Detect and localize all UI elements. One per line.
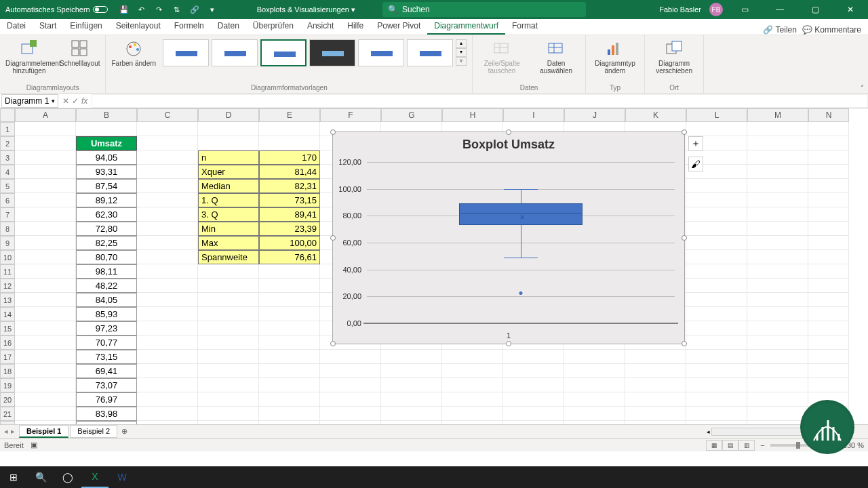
normal-view-button[interactable]: ▦ bbox=[706, 440, 722, 451]
start-button[interactable]: ⊞ bbox=[0, 466, 27, 488]
cell[interactable] bbox=[747, 150, 808, 165]
chart-styles-gallery[interactable]: ▴ ▾ ▿ bbox=[161, 38, 468, 68]
cell[interactable]: 83,98 bbox=[76, 407, 137, 421]
sheet-tab[interactable]: Beispiel 1 bbox=[19, 425, 68, 438]
column-header[interactable]: A bbox=[15, 108, 76, 122]
cell[interactable]: 89,12 bbox=[76, 193, 137, 207]
row-header[interactable]: 20 bbox=[0, 392, 15, 407]
cell[interactable] bbox=[686, 321, 747, 336]
cell[interactable]: 76,61 bbox=[259, 250, 320, 264]
cell[interactable] bbox=[808, 293, 849, 307]
cell[interactable] bbox=[15, 193, 76, 207]
cell[interactable] bbox=[564, 407, 625, 421]
cell[interactable]: 85,93 bbox=[76, 307, 137, 321]
menu-tab-überprüfen[interactable]: Überprüfen bbox=[246, 18, 300, 35]
cell[interactable] bbox=[808, 207, 849, 222]
add-chart-element-button[interactable]: Diagrammelement hinzufügen bbox=[4, 38, 54, 76]
cell[interactable]: 89,41 bbox=[259, 207, 320, 222]
style-thumb-5[interactable] bbox=[358, 39, 404, 66]
cell[interactable] bbox=[15, 250, 76, 264]
row-header[interactable]: 7 bbox=[0, 207, 15, 222]
row-header[interactable]: 13 bbox=[0, 293, 15, 307]
cell[interactable] bbox=[686, 179, 747, 193]
cell[interactable] bbox=[686, 392, 747, 407]
row-header[interactable]: 3 bbox=[0, 150, 15, 165]
cell[interactable] bbox=[198, 350, 259, 364]
cell[interactable] bbox=[625, 378, 686, 392]
column-header[interactable]: G bbox=[381, 108, 442, 122]
cell[interactable] bbox=[137, 421, 198, 424]
cell[interactable] bbox=[137, 122, 198, 136]
cell[interactable]: 97,23 bbox=[76, 321, 137, 336]
row-header[interactable]: 14 bbox=[0, 307, 15, 321]
column-header[interactable]: I bbox=[503, 108, 564, 122]
cell[interactable] bbox=[320, 350, 381, 364]
column-header[interactable]: B bbox=[76, 108, 137, 122]
cell[interactable] bbox=[686, 236, 747, 250]
sheet-nav-next-icon[interactable]: ▸ bbox=[11, 427, 15, 436]
cell[interactable] bbox=[15, 364, 76, 378]
cell[interactable] bbox=[137, 179, 198, 193]
share-button[interactable]: 🔗 Teilen bbox=[763, 25, 796, 35]
cell[interactable] bbox=[137, 350, 198, 364]
cell[interactable] bbox=[259, 364, 320, 378]
cell[interactable] bbox=[381, 364, 442, 378]
menu-tab-datei[interactable]: Datei bbox=[0, 18, 33, 35]
cell[interactable] bbox=[320, 421, 381, 424]
cell[interactable] bbox=[686, 307, 747, 321]
cell[interactable]: Min bbox=[198, 222, 259, 236]
cell[interactable] bbox=[198, 321, 259, 336]
cell[interactable] bbox=[15, 321, 76, 336]
embedded-chart[interactable]: Boxplot Umsatz 0,0020,0040,0060,0080,001… bbox=[332, 131, 685, 344]
cell[interactable] bbox=[137, 378, 198, 392]
column-header[interactable]: H bbox=[442, 108, 503, 122]
cell[interactable] bbox=[808, 321, 849, 336]
cell[interactable] bbox=[747, 307, 808, 321]
cell[interactable]: 98,11 bbox=[76, 264, 137, 279]
cell[interactable] bbox=[15, 407, 76, 421]
cell[interactable] bbox=[137, 207, 198, 222]
cell[interactable] bbox=[259, 350, 320, 364]
dropdown-icon[interactable]: ▾ bbox=[207, 4, 218, 15]
cell[interactable] bbox=[808, 264, 849, 279]
cell[interactable] bbox=[808, 236, 849, 250]
cell[interactable] bbox=[503, 392, 564, 407]
chart-title[interactable]: Boxplot Umsatz bbox=[333, 132, 684, 157]
menu-tab-seitenlayout[interactable]: Seitenlayout bbox=[109, 18, 167, 35]
cell[interactable] bbox=[808, 222, 849, 236]
cell[interactable] bbox=[259, 293, 320, 307]
cell[interactable] bbox=[686, 122, 747, 136]
cell[interactable] bbox=[15, 136, 76, 150]
cell[interactable] bbox=[137, 236, 198, 250]
obs-icon[interactable]: ◯ bbox=[54, 466, 81, 488]
cell[interactable] bbox=[320, 392, 381, 407]
menu-tab-einfügen[interactable]: Einfügen bbox=[63, 18, 108, 35]
row-header[interactable]: 10 bbox=[0, 250, 15, 264]
cell[interactable] bbox=[15, 307, 76, 321]
excel-taskbar-icon[interactable]: X bbox=[81, 466, 108, 488]
cell[interactable] bbox=[503, 364, 564, 378]
cell[interactable] bbox=[137, 336, 198, 350]
cell[interactable] bbox=[137, 407, 198, 421]
cell[interactable] bbox=[259, 321, 320, 336]
cell[interactable] bbox=[15, 378, 76, 392]
row-header[interactable]: 1 bbox=[0, 122, 15, 136]
gallery-up-button[interactable]: ▴ bbox=[456, 39, 467, 48]
cell[interactable] bbox=[198, 407, 259, 421]
row-header[interactable]: 21 bbox=[0, 407, 15, 421]
cell[interactable]: 3. Q bbox=[198, 207, 259, 222]
cell[interactable] bbox=[808, 250, 849, 264]
cell[interactable]: 94,05 bbox=[76, 150, 137, 165]
cell[interactable] bbox=[686, 421, 747, 424]
save-icon[interactable]: 💾 bbox=[119, 4, 130, 15]
cell[interactable] bbox=[625, 407, 686, 421]
cell[interactable] bbox=[76, 122, 137, 136]
cell[interactable] bbox=[503, 407, 564, 421]
cell[interactable] bbox=[198, 122, 259, 136]
column-header[interactable]: D bbox=[198, 108, 259, 122]
maximize-button[interactable]: ▢ bbox=[802, 0, 829, 19]
cell[interactable] bbox=[808, 350, 849, 364]
change-colors-button[interactable]: Farben ändern bbox=[110, 38, 157, 68]
column-header[interactable]: J bbox=[564, 108, 625, 122]
menu-tab-format[interactable]: Format bbox=[505, 18, 545, 35]
